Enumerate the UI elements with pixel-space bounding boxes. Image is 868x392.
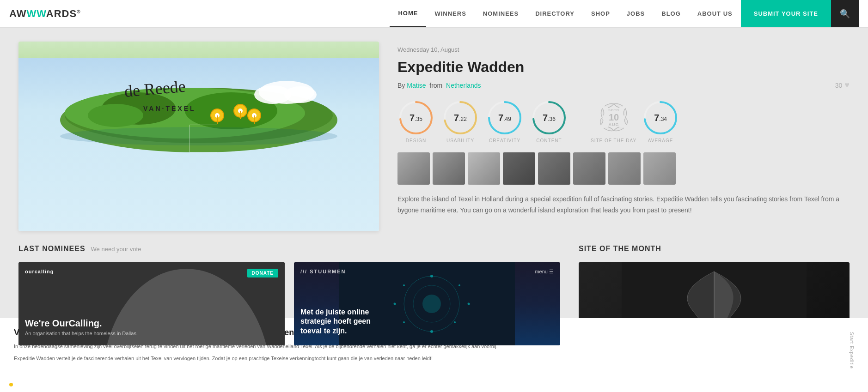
jury-avatar-1[interactable]: [397, 152, 430, 185]
jury-row: [397, 152, 850, 185]
svg-point-5: [88, 104, 143, 127]
score-whole-usability: 7: [454, 113, 459, 123]
average-value: 7.34: [654, 113, 667, 123]
jury-avatar-2[interactable]: [433, 152, 465, 185]
score-circles: 7.35 DESIGN 7.22 USABILITY 7.49 CREATIVI…: [397, 99, 568, 143]
navbar: AWWWARDS® HOME WINNERS NOMINEES DIRECTOR…: [0, 0, 868, 28]
card-heading-2: Met de juiste online strategie hoeft gee…: [300, 308, 393, 336]
jury-avatar-3[interactable]: [468, 152, 500, 185]
site-author-line: By Matise from Netherlands 30 ♥: [397, 80, 850, 90]
score-value-design: 7.35: [410, 113, 422, 123]
jury-avatar-7[interactable]: [608, 152, 641, 185]
score-value-creativity: 7.49: [498, 113, 511, 123]
card-tagline-1: We're OurCalling. An organisation that h…: [25, 318, 138, 336]
jury-avatar-5[interactable]: [538, 152, 570, 185]
score-item-design: 7.35 DESIGN: [397, 99, 434, 143]
card-donate-btn[interactable]: DONATE: [247, 269, 278, 277]
score-value-usability: 7.22: [454, 113, 467, 123]
nav-links: HOME WINNERS NOMINEES DIRECTORY SHOP JOB…: [390, 0, 740, 27]
preview-image: de Reede VAN·TEXEL: [18, 42, 379, 231]
nominees-title: LAST NOMINEES: [18, 245, 86, 253]
nav-about[interactable]: ABOUT US: [689, 0, 741, 27]
score-whole-creativity: 7: [498, 113, 503, 123]
svg-point-45: [403, 321, 405, 323]
score-label-content: CONTENT: [536, 138, 562, 143]
heart-icon: ♥: [844, 80, 850, 90]
svg-point-42: [468, 303, 470, 305]
jury-avatar-6[interactable]: [573, 152, 605, 185]
country-link[interactable]: Netherlands: [446, 82, 481, 89]
nominee-card-stuurmen[interactable]: /// STUURMEN menu ☰ Met de juiste online…: [294, 262, 560, 345]
logo-reg: ®: [77, 9, 80, 14]
nav-winners[interactable]: WINNERS: [426, 0, 474, 27]
svg-text:10: 10: [608, 112, 618, 122]
location-ring: [189, 125, 217, 152]
search-icon: 🔍: [840, 9, 850, 19]
average-ring: 7.34: [642, 99, 679, 136]
score-dec-content: .36: [548, 116, 556, 122]
sotd-label: SITE OF THE DAY: [591, 138, 636, 143]
sotm-header: SITE OF THE MONTH: [579, 245, 850, 253]
svg-point-41: [458, 284, 460, 286]
nav-home[interactable]: HOME: [390, 0, 426, 27]
svg-text:VAN·TEXEL: VAN·TEXEL: [143, 105, 196, 112]
logo-ards: ARDS: [46, 8, 77, 19]
score-whole-design: 7: [410, 113, 415, 123]
author-link[interactable]: Matise: [407, 82, 426, 89]
card-sitename-1: ourcalling: [25, 269, 54, 274]
nav-blog[interactable]: BLOG: [653, 0, 689, 27]
nominee-card-ourcalling[interactable]: ourcalling DONATE We're OurCalling. An o…: [18, 262, 285, 345]
site-title: Expeditie Wadden: [397, 59, 850, 76]
scores-row: 7.35 DESIGN 7.22 USABILITY 7.49 CREATIVI…: [397, 99, 850, 143]
svg-point-47: [403, 284, 405, 286]
score-dec-usability: .22: [459, 116, 467, 122]
card-tagline-2: Met de juiste online strategie hoeft gee…: [300, 308, 393, 336]
score-item-creativity: 7.49 CREATIVITY: [486, 99, 523, 143]
sotd-wreath-container: SOTD 10 AUG: [595, 99, 632, 136]
site-preview[interactable]: ☰ EXPEDITIE WADDEN de Reede VAN TEXEL: [18, 42, 379, 231]
average-label: AVERAGE: [648, 138, 673, 143]
svg-point-18: [284, 86, 317, 103]
score-label-creativity: CREATIVITY: [489, 138, 520, 143]
nav-shop[interactable]: SHOP: [583, 0, 618, 27]
svg-text:SOTD: SOTD: [608, 109, 619, 112]
nav-directory[interactable]: DIRECTORY: [527, 0, 583, 27]
site-description: Explore the island of Texel in Holland d…: [397, 194, 850, 216]
nav-nominees[interactable]: NOMINEES: [475, 0, 527, 27]
svg-point-46: [394, 303, 396, 305]
stuurmen-menu: menu ☰: [535, 269, 554, 275]
likes-count[interactable]: 30 ♥: [835, 80, 850, 90]
stuurmen-logo: /// STUURMEN: [300, 269, 346, 274]
nominees-header: LAST NOMINEES We need your vote: [18, 245, 560, 253]
site-info-panel: Wednesday 10, August Expeditie Wadden By…: [397, 42, 850, 231]
logo[interactable]: AWWWARDS®: [9, 8, 81, 20]
jury-avatar-4[interactable]: [503, 152, 535, 185]
submit-site-button[interactable]: SUBMIT YOUR SITE: [741, 0, 831, 27]
score-dec-creativity: .49: [503, 116, 511, 122]
score-ring-creativity: 7.49: [486, 99, 523, 136]
average-score: 7.34 AVERAGE: [642, 99, 679, 143]
search-button[interactable]: 🔍: [831, 0, 859, 27]
nav-jobs[interactable]: JOBS: [618, 0, 653, 27]
card-heading-1: We're OurCalling.: [25, 318, 138, 329]
score-value-content: 7.36: [543, 113, 556, 123]
score-ring-usability: 7.22: [442, 99, 479, 136]
main-content: ☰ EXPEDITIE WADDEN de Reede VAN TEXEL: [0, 28, 868, 245]
score-whole-content: 7: [543, 113, 548, 123]
logo-aw: AW: [9, 8, 26, 19]
average-dec: .34: [659, 116, 667, 122]
jury-avatar-8[interactable]: [643, 152, 676, 185]
score-ring-content: 7.36: [531, 99, 568, 136]
sotd-area: SOTD 10 AUG SITE OF THE DAY: [591, 99, 679, 143]
svg-point-39: [422, 295, 441, 313]
average-whole: 7: [654, 113, 659, 123]
sotd-wreath-svg: SOTD 10 AUG: [595, 99, 632, 136]
svg-text:AUG: AUG: [608, 122, 619, 127]
score-item-content: 7.36 CONTENT: [531, 99, 568, 143]
score-ring-design: 7.35: [397, 99, 434, 136]
sotd-badge: SOTD 10 AUG SITE OF THE DAY: [591, 99, 636, 143]
score-dec-design: .35: [415, 116, 422, 122]
svg-point-40: [430, 275, 433, 277]
score-label-usability: USABILITY: [446, 138, 474, 143]
svg-point-43: [454, 321, 456, 323]
